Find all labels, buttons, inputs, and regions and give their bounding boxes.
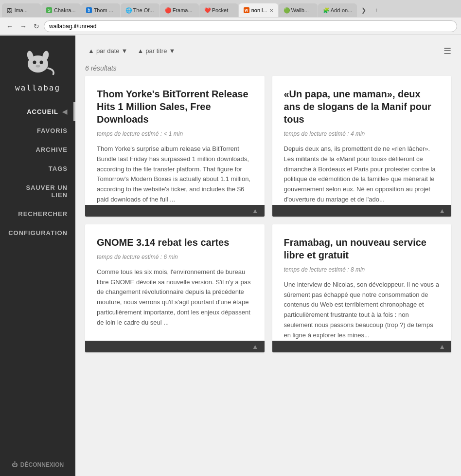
card-title-3: GNOME 3.14 rebat les cartes (97, 236, 253, 249)
browser-chrome: 🖼 ima... S Chakra... b Thom ... 🌐 The Of… (0, 0, 461, 35)
sidebar-item-accueil[interactable]: ACCUEIL ◀ (0, 102, 75, 121)
hamburger-icon: ☰ (443, 46, 451, 56)
bookmark-icon-3: ▲ (252, 343, 259, 350)
arrow-up-icon-title: ▲ (137, 47, 143, 55)
card-title-4: Framabag, un nouveau service libre et gr… (284, 236, 440, 261)
tab-chakra[interactable]: S Chakra... (41, 3, 81, 17)
tab-title-pocket: Pocket (212, 7, 233, 13)
card-reading-time-4: temps de lecture estimé : 8 min (284, 266, 440, 273)
tab-addon[interactable]: 🧩 Add-on... (318, 3, 357, 17)
sidebar-item-archive[interactable]: ARCHIVE (0, 140, 75, 159)
arrow-down-icon-title: ▼ (169, 47, 175, 55)
sidebar-item-rechercher[interactable]: RECHERCHER (0, 204, 75, 223)
tab-title-addon: Add-on... (331, 7, 353, 13)
card-reading-time-2: temps de lecture estimé : 4 min (284, 130, 440, 137)
url-bar[interactable] (44, 20, 457, 32)
sidebar-item-sauver[interactable]: SAUVER UN LIEN (0, 178, 75, 204)
sidebar-item-configuration-label: CONFIGURATION (8, 229, 68, 237)
tab-title-frama: Frama... (173, 7, 194, 13)
app-name: wallabag (15, 83, 60, 92)
bookmark-icon-1: ▲ (252, 207, 259, 215)
sort-bar: ▲ par date ▼ ▲ par titre ▼ ☰ (85, 45, 451, 56)
sidebar-item-favoris[interactable]: FAVORIS (0, 121, 75, 140)
card-excerpt-2: Depuis deux ans, ils promettent de ne «r… (284, 144, 440, 205)
page-wrapper: wallabag ACCUEIL ◀ FAVORIS ARCHIVE TAGS … (0, 0, 461, 476)
tab-ima[interactable]: 🖼 ima... (2, 3, 41, 17)
bookmark-icon-4: ▲ (439, 343, 445, 350)
card-title-1: Thom Yorke's BitTorrent Release Hits 1 M… (97, 88, 253, 126)
close-icon[interactable]: ✕ (269, 8, 273, 13)
tab-wallb[interactable]: 🟢 Wallb... (279, 3, 318, 17)
reload-button[interactable]: ↻ (31, 21, 42, 31)
tab-favicon-chakra: S (46, 7, 52, 13)
forward-button[interactable]: → (18, 21, 29, 31)
power-icon: ⏻ (12, 461, 18, 468)
tab-nonl[interactable]: w non l... ✕ (239, 3, 278, 17)
sidebar-item-rechercher-label: RECHERCHER (18, 210, 68, 218)
sort-by-date-asc-button[interactable]: ▲ par date ▼ (85, 45, 130, 56)
tab-favicon-frama: 🔴 (165, 7, 171, 13)
main-content: ▲ par date ▼ ▲ par titre ▼ ☰ 6 résultats… (75, 36, 461, 476)
tab-thom[interactable]: b Thom ... (81, 3, 120, 17)
sidebar: wallabag ACCUEIL ◀ FAVORIS ARCHIVE TAGS … (0, 36, 75, 476)
sidebar-item-sauver-label: SAUVER UN LIEN (8, 184, 68, 199)
svg-point-5 (39, 61, 43, 64)
cards-grid: Thom Yorke's BitTorrent Release Hits 1 M… (85, 76, 451, 352)
arrow-down-icon: ▼ (122, 47, 128, 55)
svg-point-4 (33, 61, 36, 64)
logout-button[interactable]: ⏻ DÉCONNEXION (4, 454, 71, 476)
card-bottom-bar-1: ▲ (85, 205, 265, 217)
wallabag-logo-icon (21, 45, 55, 79)
card-reading-time-3: temps de lecture estimé : 6 min (97, 254, 253, 260)
card-excerpt-4: Une interview de Nicolas, son développeu… (284, 280, 440, 341)
tab-pocket[interactable]: ❤️ Pocket (199, 3, 238, 17)
tab-theOf[interactable]: 🌐 The Of... (121, 3, 160, 17)
results-count: 6 résultats (85, 64, 451, 72)
chevron-right-icon: ◀ (62, 108, 68, 115)
tab-favicon-pocket: ❤️ (204, 7, 210, 13)
tab-title-theOf: The Of... (133, 7, 155, 13)
new-tab-button[interactable]: + (371, 5, 382, 16)
card-bottom-bar-3: ▲ (85, 341, 265, 352)
view-options-button[interactable]: ☰ (443, 46, 451, 56)
bookmark-icon-2: ▲ (439, 207, 445, 215)
tab-favicon-ima: 🖼 (7, 7, 13, 13)
tab-title-wallb: Wallb... (291, 7, 313, 13)
card-bottom-bar-4: ▲ (272, 341, 452, 352)
card-excerpt-1: Thom Yorke's surprise album release via … (97, 144, 253, 205)
sidebar-item-archive-label: ARCHIVE (35, 146, 68, 153)
card-excerpt-3: Comme tous les six mois, l'environnement… (97, 267, 253, 328)
article-card-3[interactable]: GNOME 3.14 rebat les cartes temps de lec… (85, 224, 265, 352)
tabs-overflow-button[interactable]: ❯ (357, 5, 370, 16)
sidebar-logo: wallabag (15, 45, 60, 92)
tab-bar: 🖼 ima... S Chakra... b Thom ... 🌐 The Of… (0, 0, 461, 18)
tab-favicon-theOf: 🌐 (125, 7, 131, 13)
nav-bar: ← → ↻ (0, 18, 461, 35)
card-bottom-bar-2: ▲ (272, 205, 452, 217)
tab-favicon-nonl: w (244, 7, 249, 13)
sort-date-label: par date (96, 47, 120, 55)
sort-by-title-asc-button[interactable]: ▲ par titre ▼ (134, 45, 178, 56)
tab-favicon-addon: 🧩 (323, 7, 329, 13)
tab-frama[interactable]: 🔴 Frama... (160, 3, 199, 17)
article-card-2[interactable]: «Un papa, une maman», deux ans de slogan… (272, 76, 452, 217)
sidebar-item-tags[interactable]: TAGS (0, 159, 75, 178)
sidebar-item-accueil-label: ACCUEIL (27, 108, 58, 115)
tab-favicon-wallb: 🟢 (284, 7, 289, 13)
article-card-4[interactable]: Framabag, un nouveau service libre et gr… (272, 224, 452, 352)
card-title-2: «Un papa, une maman», deux ans de slogan… (284, 88, 440, 126)
sort-title-label: par titre (145, 47, 167, 55)
article-card-1[interactable]: Thom Yorke's BitTorrent Release Hits 1 M… (85, 76, 265, 217)
back-button[interactable]: ← (4, 21, 16, 31)
sidebar-nav: ACCUEIL ◀ FAVORIS ARCHIVE TAGS SAUVER UN… (0, 102, 75, 242)
sidebar-item-tags-label: TAGS (49, 165, 68, 172)
tab-title-chakra: Chakra... (54, 7, 76, 13)
logout-label: DÉCONNEXION (20, 461, 64, 468)
sidebar-item-favoris-label: FAVORIS (37, 127, 68, 134)
sidebar-item-configuration[interactable]: CONFIGURATION (0, 223, 75, 242)
tab-title-ima: ima... (15, 7, 36, 13)
tab-title-thom: Thom ... (94, 7, 115, 13)
arrow-up-icon: ▲ (88, 47, 94, 55)
card-reading-time-1: temps de lecture estimé : < 1 min (97, 130, 253, 137)
tab-favicon-thom: b (86, 7, 92, 13)
